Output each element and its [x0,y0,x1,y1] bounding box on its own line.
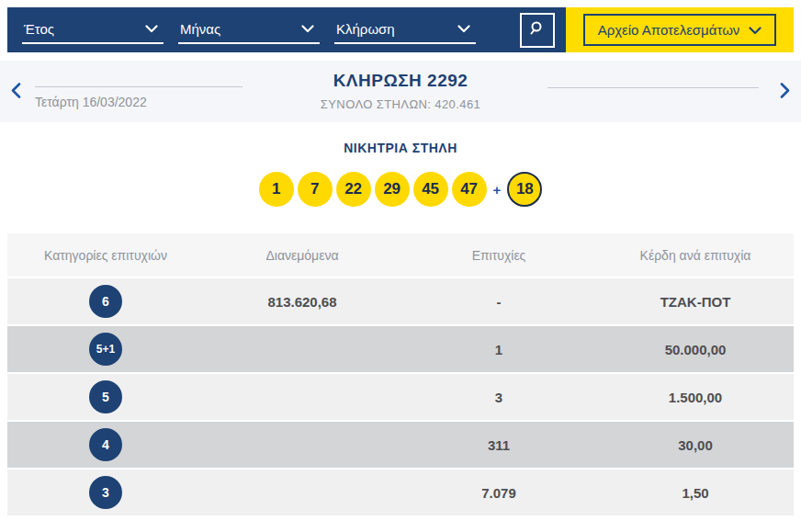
winning-number-ball: 45 [413,172,448,207]
category-badge: 4 [89,428,122,461]
year-dropdown-label: Έτος [24,21,54,37]
search-button[interactable] [520,13,555,48]
category-cell: 5 [7,380,204,413]
draw-navigation: Τετάρτη 16/03/2022 ΚΛΗΡΩΣΗ 2292 ΣΥΝΟΛΟ Σ… [0,61,801,122]
plus-sign: + [493,182,502,198]
results-table: Κατηγορίες επιτυχιών Διανεμόμενα Επιτυχί… [7,233,794,515]
chevron-right-icon [780,87,790,101]
winners-cell: 3 [400,390,597,405]
header-categories: Κατηγορίες επιτυχιών [7,248,204,263]
category-badge: 3 [89,476,122,509]
table-row: 4 311 30,00 [7,422,794,468]
winners-cell: 7.079 [400,485,597,501]
joker-number-ball: 18 [507,172,542,207]
search-icon [529,20,546,40]
results-table-body: 6 813.620,68 - ΤΖΑΚ-ΠΟΤ 5+1 1 50.000,00 … [7,278,794,515]
prize-cell: 1,50 [597,485,794,501]
category-cell: 3 [7,476,204,509]
winning-number-ball: 22 [336,172,371,207]
prize-cell: 50.000,00 [597,342,794,357]
month-dropdown[interactable]: Μήνας [178,17,320,44]
header-winners: Επιτυχίες [400,248,597,263]
next-divider-line [547,87,759,88]
category-cell: 4 [7,428,204,461]
category-cell: 5+1 [7,333,204,366]
prize-cell: 1.500,00 [597,390,794,405]
prize-cell: 30,00 [597,437,794,453]
table-row: 6 813.620,68 - ΤΖΑΚ-ΠΟΤ [7,278,794,324]
chevron-down-icon [457,20,470,37]
filter-bar: Έτος Μήνας Κλήρωση Αρχείο Αποτελεσμάτων [7,7,794,52]
winning-number-ball: 47 [452,172,487,207]
category-badge: 6 [89,285,122,318]
table-row: 3 7.079 1,50 [7,470,794,515]
winning-number-ball: 1 [259,172,294,207]
table-row: 5 3 1.500,00 [7,374,794,420]
winners-cell: 1 [400,342,597,357]
prize-cell: ΤΖΑΚ-ΠΟΤ [597,294,794,310]
winning-column-title: ΝΙΚΗΤΡΙΑ ΣΤΗΛΗ [0,141,801,155]
distributed-cell: 813.620,68 [204,294,400,310]
total-columns: ΣΥΝΟΛΟ ΣΤΗΛΩΝ: 420.461 [0,97,801,111]
month-dropdown-label: Μήνας [180,21,220,37]
filter-bar-blue: Έτος Μήνας Κλήρωση [7,7,566,52]
next-draw-button[interactable] [780,83,790,101]
year-dropdown[interactable]: Έτος [22,17,164,44]
archive-results-label: Αρχείο Αποτελεσμάτων [598,22,740,38]
draw-heading: ΚΛΗΡΩΣΗ 2292 ΣΥΝΟΛΟ ΣΤΗΛΩΝ: 420.461 [0,71,801,111]
winners-cell: 311 [400,437,597,453]
winning-numbers: 1722294547+ 18 [0,172,801,207]
category-badge: 5+1 [89,333,122,366]
chevron-down-icon [749,22,762,38]
category-badge: 5 [89,380,122,413]
chevron-down-icon [145,20,158,37]
winning-number-ball: 7 [298,172,333,207]
chevron-down-icon [301,20,314,37]
winning-number-ball: 29 [375,172,410,207]
winning-column-section: ΝΙΚΗΤΡΙΑ ΣΤΗΛΗ 1722294547+ 18 [0,141,801,207]
archive-section: Αρχείο Αποτελεσμάτων [566,7,794,52]
results-table-header: Κατηγορίες επιτυχιών Διανεμόμενα Επιτυχί… [7,233,794,277]
archive-results-button[interactable]: Αρχείο Αποτελεσμάτων [583,14,777,46]
header-distributed: Διανεμόμενα [204,248,400,263]
header-prize: Κέρδη ανά επιτυχία [597,248,794,263]
category-cell: 6 [7,285,204,318]
draw-dropdown[interactable]: Κλήρωση [334,17,476,44]
winners-cell: - [400,294,597,310]
draw-dropdown-label: Κλήρωση [336,21,395,37]
table-row: 5+1 1 50.000,00 [7,326,794,372]
